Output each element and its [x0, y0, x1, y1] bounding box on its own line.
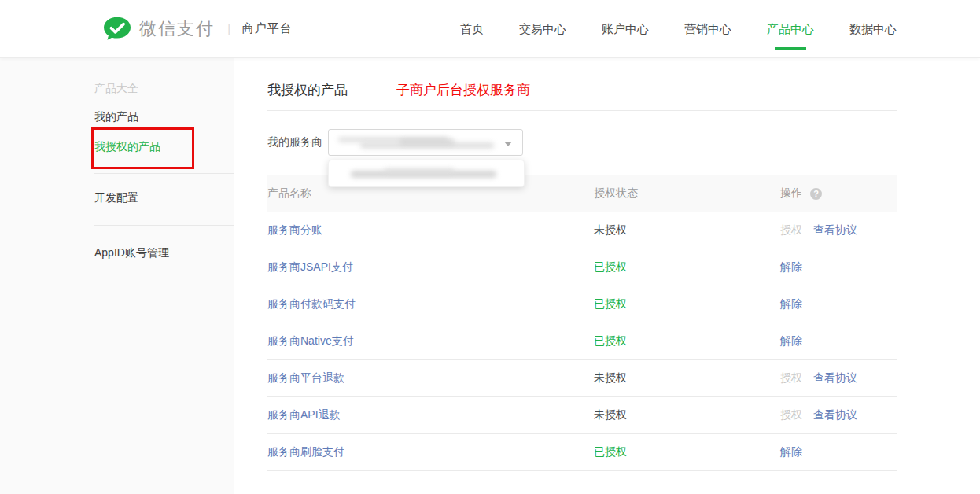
product-link[interactable]: 服务商API退款 [267, 408, 341, 421]
sidebar-item-my-authorized-products[interactable]: 我授权的产品 [94, 141, 234, 152]
sidebar-item-appid-management[interactable]: AppID账号管理 [94, 247, 234, 258]
column-header-product-name: 产品名称 [267, 186, 594, 201]
action-cell: 解除 [780, 445, 897, 459]
provider-select[interactable] [328, 129, 523, 156]
chevron-down-icon [504, 142, 512, 146]
action-cell: 解除 [780, 297, 897, 312]
main-content: 我授权的产品 子商户后台授权服务商 我的服务商 产品名称 授权状态 操作 [234, 58, 980, 494]
table-row: 服务商刷脸支付 已授权 解除 [267, 434, 897, 471]
provider-form-row: 我的服务商 [267, 129, 897, 156]
sidebar-divider [94, 225, 234, 226]
action-cell: 授权查看协议 [780, 371, 897, 385]
title-divider [267, 110, 897, 111]
table-row: 服务商平台退款 未授权 授权查看协议 [267, 360, 897, 397]
provider-label: 我的服务商 [267, 135, 322, 149]
status-text: 已授权 [594, 334, 627, 347]
column-header-auth-status: 授权状态 [594, 186, 780, 201]
product-link[interactable]: 服务商JSAPI支付 [267, 260, 353, 273]
nav-item-home[interactable]: 首页 [460, 0, 484, 58]
action-cell: 解除 [780, 260, 897, 275]
nav-item-account-center[interactable]: 账户中心 [602, 0, 649, 58]
authorize-action: 授权 [780, 223, 802, 238]
product-link[interactable]: 服务商分账 [267, 223, 322, 236]
redacted-provider-option [384, 168, 455, 174]
product-link[interactable]: 服务商Native支付 [267, 334, 354, 347]
table-body: 服务商分账 未授权 授权查看协议 服务商JSAPI支付 已授权 解除 服务商付款… [267, 212, 897, 471]
status-text: 未授权 [594, 371, 627, 384]
authorize-action: 授权 [780, 408, 802, 422]
sidebar-section-title: 产品大全 [94, 83, 234, 94]
authorize-action: 授权 [780, 371, 802, 385]
view-agreement-action[interactable]: 查看协议 [813, 408, 857, 422]
product-link[interactable]: 服务商刷脸支付 [267, 445, 344, 458]
platform-name: 商户平台 [241, 21, 292, 36]
nav-item-transaction-center[interactable]: 交易中心 [519, 0, 566, 58]
table-row: 服务商API退款 未授权 授权查看协议 [267, 397, 897, 434]
column-header-actions: 操作 [780, 186, 802, 201]
table-row: 服务商Native支付 已授权 解除 [267, 323, 897, 360]
brand: 微信支付 | 商户平台 [102, 16, 292, 42]
help-icon[interactable]: ? [810, 188, 822, 200]
action-cell: 授权查看协议 [780, 223, 897, 238]
redacted-provider-value [400, 138, 455, 146]
action-cell: 授权查看协议 [780, 408, 897, 422]
status-text: 已授权 [594, 297, 627, 310]
view-agreement-action[interactable]: 查看协议 [813, 223, 857, 238]
sidebar-item-dev-config[interactable]: 开发配置 [94, 192, 234, 203]
brand-separator: | [227, 21, 230, 37]
top-nav: 首页 交易中心 账户中心 营销中心 产品中心 数据中心 [460, 0, 897, 58]
top-header: 微信支付 | 商户平台 首页 交易中心 账户中心 营销中心 产品中心 数据中心 [0, 0, 980, 58]
wechat-pay-logo-icon [102, 16, 132, 42]
nav-item-product-center[interactable]: 产品中心 [767, 0, 814, 58]
brand-name: 微信支付 [139, 17, 215, 41]
sidebar-divider [94, 173, 234, 174]
table-row: 服务商分账 未授权 授权查看协议 [267, 212, 897, 249]
page-title: 我授权的产品 [267, 83, 348, 98]
sidebar: 产品大全 我的产品 我授权的产品 开发配置 AppID账号管理 [0, 58, 234, 494]
status-text: 未授权 [594, 408, 627, 421]
nav-item-data-center[interactable]: 数据中心 [849, 0, 897, 58]
product-link[interactable]: 服务商付款码支付 [267, 297, 356, 310]
action-cell: 解除 [780, 334, 897, 348]
status-text: 已授权 [594, 260, 627, 273]
table-row: 服务商JSAPI支付 已授权 解除 [267, 249, 897, 286]
provider-dropdown-panel[interactable] [328, 160, 525, 187]
sidebar-item-my-products[interactable]: 我的产品 [94, 111, 234, 122]
revoke-action[interactable]: 解除 [780, 445, 802, 459]
view-agreement-action[interactable]: 查看协议 [813, 371, 857, 385]
annotation-text: 子商户后台授权服务商 [396, 83, 530, 98]
table-row: 服务商付款码支付 已授权 解除 [267, 286, 897, 323]
products-table: 产品名称 授权状态 操作 ? 服务商分账 未授权 授权查看协议 服务商JSAPI… [267, 175, 897, 471]
status-text: 未授权 [594, 223, 627, 236]
product-link[interactable]: 服务商平台退款 [267, 371, 344, 384]
revoke-action[interactable]: 解除 [780, 297, 802, 312]
revoke-action[interactable]: 解除 [780, 260, 802, 275]
status-text: 已授权 [594, 445, 627, 458]
nav-item-marketing-center[interactable]: 营销中心 [684, 0, 731, 58]
revoke-action[interactable]: 解除 [780, 334, 802, 348]
